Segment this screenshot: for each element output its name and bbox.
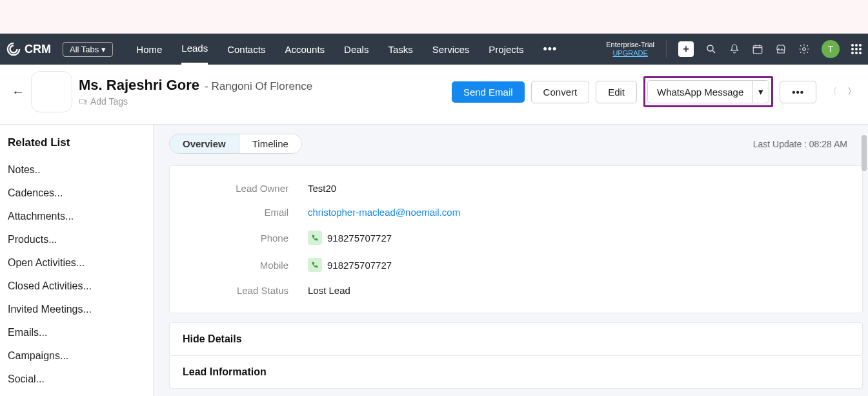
lead-owner-label: Lead Owner bbox=[185, 183, 308, 194]
nav-home[interactable]: Home bbox=[136, 34, 162, 65]
svg-point-6 bbox=[803, 48, 806, 51]
summary-card: Lead Owner Test20 Email christopher-macl… bbox=[169, 165, 863, 313]
upgrade-link[interactable]: UPGRADE bbox=[612, 49, 647, 57]
crm-brand-text: CRM bbox=[25, 43, 51, 56]
phone-icon[interactable] bbox=[308, 231, 322, 245]
nav-items: Home Leads Contacts Accounts Deals Tasks… bbox=[136, 34, 557, 65]
right-panel: Overview Timeline Last Update : 08:28 AM… bbox=[154, 125, 868, 396]
send-email-button[interactable]: Send Email bbox=[452, 81, 525, 103]
svg-rect-2 bbox=[753, 46, 762, 54]
rl-invited-meetings[interactable]: Invited Meetings... bbox=[8, 298, 145, 321]
nav-left: CRM All Tabs ▾ Home Leads Contacts Accou… bbox=[6, 34, 557, 65]
add-tags-label: Add Tags bbox=[90, 96, 128, 107]
related-list-panel: Related List Notes.. Cadences... Attachm… bbox=[0, 125, 154, 396]
browser-chrome-area bbox=[0, 0, 868, 34]
lead-status-value: Lost Lead bbox=[308, 285, 350, 296]
nav-services[interactable]: Services bbox=[432, 34, 470, 65]
crm-logo[interactable]: CRM bbox=[6, 42, 51, 56]
convert-button[interactable]: Convert bbox=[531, 81, 590, 103]
hide-details-label: Hide Details bbox=[183, 333, 849, 345]
whatsapp-dropdown[interactable]: ▾ bbox=[752, 80, 769, 103]
tabs-row: Overview Timeline Last Update : 08:28 AM bbox=[169, 134, 863, 154]
trial-label: Enterprise-Trial bbox=[606, 41, 654, 49]
nav-contacts[interactable]: Contacts bbox=[227, 34, 265, 65]
phone-icon[interactable] bbox=[308, 258, 322, 272]
next-record-button[interactable]: 〉 bbox=[847, 86, 856, 98]
tab-timeline[interactable]: Timeline bbox=[239, 134, 301, 153]
more-actions-button[interactable]: ••• bbox=[780, 81, 816, 103]
mobile-value: 918275707727 bbox=[327, 260, 392, 271]
phone-value: 918275707727 bbox=[327, 233, 392, 244]
lead-information-section: Lead Information bbox=[169, 356, 863, 389]
lead-company: - Rangoni Of Florence bbox=[205, 80, 312, 93]
back-button[interactable]: ← bbox=[12, 85, 26, 99]
nav-tasks[interactable]: Tasks bbox=[388, 34, 412, 65]
hide-details-section[interactable]: Hide Details bbox=[169, 322, 863, 356]
body: Related List Notes.. Cadences... Attachm… bbox=[0, 125, 868, 396]
rl-notes[interactable]: Notes.. bbox=[8, 158, 145, 182]
whatsapp-button[interactable]: WhatsApp Message bbox=[647, 80, 752, 103]
nav-more[interactable]: ••• bbox=[543, 43, 558, 56]
lead-owner-value: Test20 bbox=[308, 183, 336, 194]
apps-icon[interactable] bbox=[851, 44, 862, 54]
tab-overview[interactable]: Overview bbox=[170, 134, 239, 153]
crm-logo-icon bbox=[6, 42, 21, 56]
lead-name: Ms. Rajeshri Gore bbox=[79, 77, 199, 94]
edit-button[interactable]: Edit bbox=[596, 81, 637, 103]
rl-open-activities[interactable]: Open Activities... bbox=[8, 251, 145, 275]
chevron-down-icon: ▾ bbox=[758, 86, 763, 98]
rl-campaigns[interactable]: Campaigns... bbox=[8, 344, 145, 368]
nav-leads[interactable]: Leads bbox=[181, 34, 208, 65]
calendar-icon[interactable] bbox=[752, 43, 763, 55]
tag-icon: 🏷 bbox=[79, 96, 88, 107]
create-button[interactable]: + bbox=[678, 41, 694, 57]
rl-attachments[interactable]: Attachments... bbox=[8, 205, 145, 228]
rl-social[interactable]: Social... bbox=[8, 368, 145, 391]
rl-closed-activities[interactable]: Closed Activities... bbox=[8, 275, 145, 298]
scrollbar[interactable] bbox=[859, 134, 868, 396]
related-list-title: Related List bbox=[8, 136, 145, 149]
store-icon[interactable] bbox=[775, 43, 787, 55]
gear-icon[interactable] bbox=[798, 43, 810, 55]
email-value[interactable]: christopher-maclead@noemail.com bbox=[308, 207, 460, 218]
all-tabs-label: All Tabs bbox=[70, 45, 99, 54]
lead-status-label: Lead Status bbox=[185, 285, 308, 296]
bell-icon[interactable] bbox=[729, 43, 740, 55]
lead-avatar bbox=[31, 71, 72, 112]
chevron-down-icon: ▾ bbox=[101, 45, 106, 54]
trial-info: Enterprise-Trial UPGRADE bbox=[606, 41, 654, 57]
last-update: Last Update : 08:28 AM bbox=[753, 139, 847, 149]
nav-projects[interactable]: Projects bbox=[489, 34, 523, 65]
scrollbar-thumb[interactable] bbox=[862, 135, 867, 171]
nav-right: Enterprise-Trial UPGRADE + T bbox=[606, 40, 862, 58]
lead-information-label: Lead Information bbox=[183, 366, 849, 378]
user-avatar[interactable]: T bbox=[822, 40, 840, 58]
rl-cadences[interactable]: Cadences... bbox=[8, 182, 145, 205]
record-nav: 〈 〉 bbox=[828, 86, 856, 98]
lead-header: ← Ms. Rajeshri Gore - Rangoni Of Florenc… bbox=[0, 65, 868, 125]
whatsapp-highlight: WhatsApp Message ▾ bbox=[643, 76, 773, 107]
svg-point-0 bbox=[707, 45, 713, 51]
nav-deals[interactable]: Deals bbox=[344, 34, 368, 65]
rl-emails[interactable]: Emails... bbox=[8, 321, 145, 344]
mobile-label: Mobile bbox=[185, 260, 308, 271]
main-nav: CRM All Tabs ▾ Home Leads Contacts Accou… bbox=[0, 34, 868, 65]
rl-products[interactable]: Products... bbox=[8, 228, 145, 251]
action-buttons: Send Email Convert Edit WhatsApp Message… bbox=[452, 76, 856, 107]
all-tabs-dropdown[interactable]: All Tabs ▾ bbox=[63, 42, 113, 57]
phone-label: Phone bbox=[185, 233, 308, 244]
title-block: Ms. Rajeshri Gore - Rangoni Of Florence … bbox=[79, 77, 312, 107]
prev-record-button[interactable]: 〈 bbox=[828, 86, 837, 98]
pill-tabs: Overview Timeline bbox=[169, 134, 302, 154]
divider bbox=[666, 40, 667, 58]
add-tags[interactable]: 🏷 Add Tags bbox=[79, 96, 312, 107]
search-icon[interactable] bbox=[705, 43, 717, 55]
svg-line-1 bbox=[712, 50, 715, 53]
email-label: Email bbox=[185, 207, 308, 218]
nav-accounts[interactable]: Accounts bbox=[285, 34, 325, 65]
